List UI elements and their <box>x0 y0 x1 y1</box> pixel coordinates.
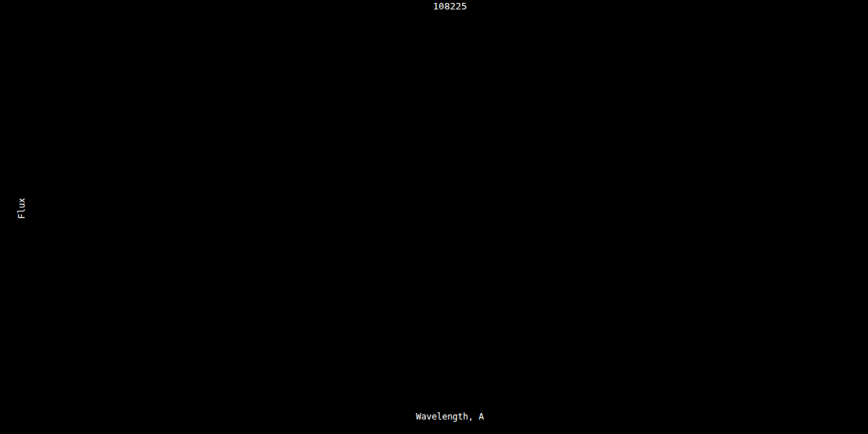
y-axis-label: Flux <box>17 198 27 219</box>
plot-title: 108225 <box>45 1 855 12</box>
x-axis-label: Wavelength, A <box>45 412 855 422</box>
spectrum-canvas <box>0 0 868 434</box>
spectrum-plot-window: 108225 Wavelength, A Flux <box>0 0 868 434</box>
